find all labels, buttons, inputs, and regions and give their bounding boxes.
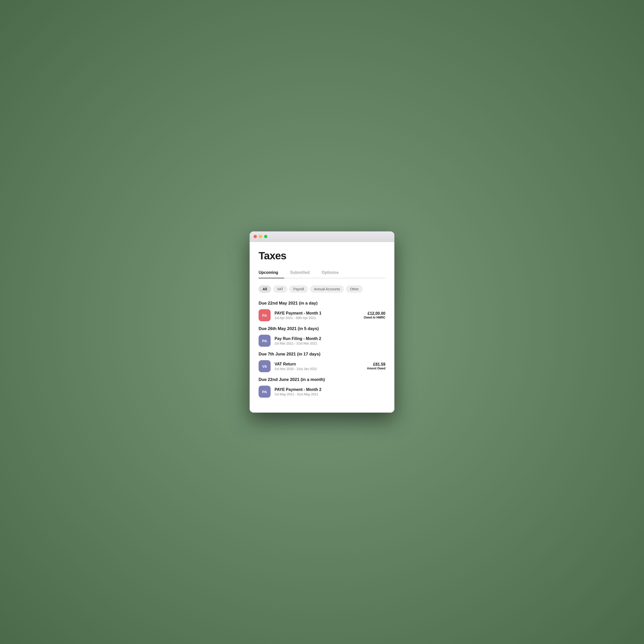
item-info: PAYE Payment - Month 1 1st Apr 2021 - 30… (275, 311, 360, 320)
tax-item[interactable]: PA PAYE Payment - Month 2 1st May 2021 -… (259, 386, 385, 398)
due-section-4: Due 22nd June 2021 (in a month) PA PAYE … (259, 377, 385, 398)
maximize-button[interactable] (264, 235, 267, 238)
minimize-button[interactable] (259, 235, 262, 238)
due-header-1: Due 22nd May 2021 (in a day) (259, 301, 385, 306)
app-window: Taxes Upcoming Submitted Optimise All VA… (250, 231, 394, 413)
item-name: PAYE Payment - Month 1 (275, 311, 360, 316)
main-content: Taxes Upcoming Submitted Optimise All VA… (250, 242, 394, 413)
tab-submitted[interactable]: Submitted (284, 268, 316, 278)
due-section-3: Due 7th June 2021 (in 17 days) VA VAT Re… (259, 352, 385, 372)
amount-value: £12,00.00 (364, 311, 385, 316)
avatar: PA (259, 386, 271, 398)
item-name: PAYE Payment - Month 2 (275, 387, 381, 392)
item-name: Pay Run Filing - Month 2 (275, 336, 381, 341)
tab-optimise[interactable]: Optimise (316, 268, 344, 278)
item-info: Pay Run Filing - Month 2 1st Mar 2021 - … (275, 336, 381, 345)
due-section-2: Due 26th May 2021 (in 5 days) PA Pay Run… (259, 326, 385, 347)
page-title: Taxes (259, 250, 385, 262)
filter-payroll[interactable]: Payroll (289, 285, 308, 293)
item-info: PAYE Payment - Month 2 1st May 2021 - 31… (275, 387, 381, 396)
avatar: PA (259, 335, 271, 347)
due-section-1: Due 22nd May 2021 (in a day) PA PAYE Pay… (259, 301, 385, 321)
amount-label: Owed to HMRC (364, 316, 385, 319)
tax-item[interactable]: VA VAT Return 1st Nov 2020 - 31st Jan 20… (259, 360, 385, 372)
due-header-4: Due 22nd June 2021 (in a month) (259, 377, 385, 382)
tab-bar: Upcoming Submitted Optimise (259, 268, 385, 278)
close-button[interactable] (254, 235, 257, 238)
item-info: VAT Return 1st Nov 2020 - 31st Jan 2021 (275, 362, 363, 371)
filter-vat[interactable]: VAT (273, 285, 287, 293)
amount-value: £81.59 (367, 362, 385, 367)
item-amount: £81.59 Amont Owed (367, 362, 385, 370)
tab-upcoming[interactable]: Upcoming (259, 268, 284, 278)
avatar: VA (259, 360, 271, 372)
item-amount: £12,00.00 Owed to HMRC (364, 311, 385, 319)
item-name: VAT Return (275, 362, 363, 366)
titlebar (250, 231, 394, 242)
amount-label: Amont Owed (367, 367, 385, 370)
filter-other[interactable]: Other (346, 285, 363, 293)
avatar: PA (259, 309, 271, 321)
filter-chips: All VAT Payroll Annual Accounts Other (259, 285, 385, 293)
item-date: 1st May 2021 - 31st May 2021 (275, 392, 381, 396)
item-date: 1st Apr 2021 - 30th Apr 2021 (275, 316, 360, 320)
due-header-3: Due 7th June 2021 (in 17 days) (259, 352, 385, 357)
item-date: 1st Nov 2020 - 31st Jan 2021 (275, 367, 363, 371)
filter-annual-accounts[interactable]: Annual Accounts (310, 285, 344, 293)
due-header-2: Due 26th May 2021 (in 5 days) (259, 326, 385, 331)
filter-all[interactable]: All (259, 285, 271, 293)
tax-item[interactable]: PA PAYE Payment - Month 1 1st Apr 2021 -… (259, 309, 385, 321)
tax-item[interactable]: PA Pay Run Filing - Month 2 1st Mar 2021… (259, 335, 385, 347)
item-date: 1st Mar 2021 - 31st Mar 2021 (275, 341, 381, 345)
